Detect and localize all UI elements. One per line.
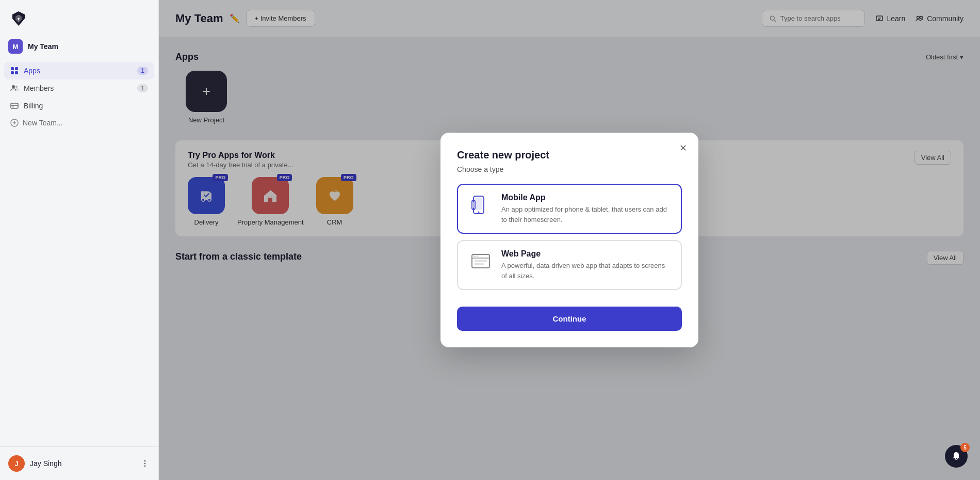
sidebar-nav: Apps 1 Members 1 [0, 62, 158, 131]
sidebar-bottom: J Jay Singh [0, 446, 158, 480]
svg-rect-29 [473, 202, 474, 208]
svg-point-4 [12, 85, 15, 88]
team-avatar: M [8, 39, 23, 54]
billing-icon [10, 102, 19, 110]
modal-title: Create new project [457, 149, 682, 161]
web-page-option[interactable]: Web Page A powerful, data-driven web app… [457, 240, 682, 290]
svg-point-5 [15, 86, 18, 88]
team-selector[interactable]: M My Team [0, 35, 158, 58]
svg-point-13 [144, 463, 146, 465]
svg-rect-8 [12, 107, 14, 108]
svg-point-12 [144, 460, 146, 462]
svg-point-32 [474, 255, 476, 257]
svg-rect-1 [15, 67, 18, 70]
svg-point-33 [477, 255, 478, 257]
mobile-app-desc: An app optimized for phone & tablet, tha… [501, 204, 671, 225]
new-team-label: New Team... [23, 119, 63, 127]
user-info[interactable]: J Jay Singh [8, 455, 61, 472]
members-icon [10, 84, 19, 92]
web-page-title: Web Page [501, 249, 671, 259]
bell-icon [951, 451, 961, 461]
sidebar-item-members[interactable]: Members 1 [4, 79, 154, 97]
mobile-app-title: Mobile App [501, 193, 671, 202]
svg-rect-26 [475, 198, 482, 210]
modal-close-button[interactable]: ✕ [676, 141, 690, 155]
svg-rect-35 [475, 263, 484, 265]
members-nav-label: Members [24, 84, 54, 92]
billing-nav-label: Billing [24, 102, 43, 110]
mobile-app-option[interactable]: Mobile App An app optimized for phone & … [457, 184, 682, 234]
user-avatar: J [8, 455, 25, 472]
apps-nav-badge: 1 [137, 67, 148, 75]
plus-icon [10, 119, 19, 127]
apps-icon [10, 67, 19, 75]
members-nav-badge: 1 [137, 84, 148, 92]
apps-nav-label: Apps [24, 67, 40, 75]
modal-subtitle: Choose a type [457, 165, 682, 173]
user-menu-icon[interactable] [140, 458, 150, 469]
notification-bell[interactable]: 5 [945, 445, 968, 468]
svg-rect-0 [11, 67, 14, 70]
notification-count: 5 [960, 443, 970, 452]
main-content: My Team ✏️ + Invite Members Learn [159, 0, 980, 480]
app-logo-icon [10, 10, 27, 27]
sidebar: M My Team Apps 1 [0, 0, 159, 480]
svg-point-14 [144, 466, 146, 467]
sidebar-item-billing[interactable]: Billing [4, 97, 154, 115]
svg-rect-6 [11, 103, 18, 108]
continue-button[interactable]: Continue [457, 307, 682, 331]
web-page-desc: A powerful, data-driven web app that ada… [501, 261, 671, 281]
sidebar-logo-area [0, 0, 158, 35]
svg-rect-34 [475, 260, 487, 262]
user-name: Jay Singh [30, 459, 61, 468]
svg-rect-3 [15, 71, 18, 74]
svg-point-27 [478, 212, 480, 213]
new-team-button[interactable]: New Team... [4, 115, 154, 131]
team-name-label: My Team [28, 42, 58, 51]
mobile-app-icon [468, 193, 493, 218]
modal-overlay[interactable]: ✕ Create new project Choose a type Mobil… [159, 0, 980, 480]
web-page-icon [468, 249, 493, 274]
sidebar-item-apps[interactable]: Apps 1 [4, 62, 154, 79]
svg-rect-2 [11, 71, 14, 74]
create-project-modal: ✕ Create new project Choose a type Mobil… [440, 133, 698, 347]
